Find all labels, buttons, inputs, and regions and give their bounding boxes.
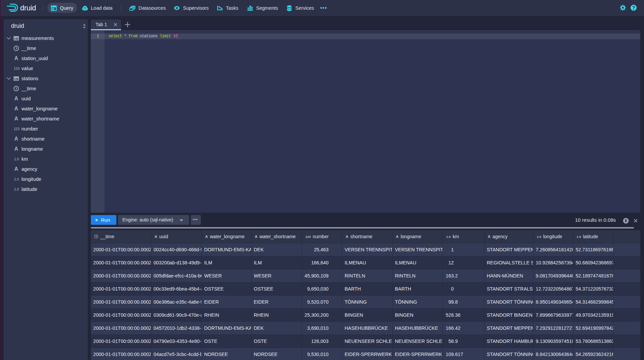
svg-text:A: A — [14, 56, 18, 61]
svg-text:A: A — [14, 116, 18, 122]
svg-text:A: A — [14, 136, 18, 142]
svg-text:A: A — [14, 96, 18, 102]
svg-text:A: A — [14, 166, 18, 172]
svg-text:A: A — [14, 146, 18, 152]
svg-text:A: A — [14, 106, 18, 112]
